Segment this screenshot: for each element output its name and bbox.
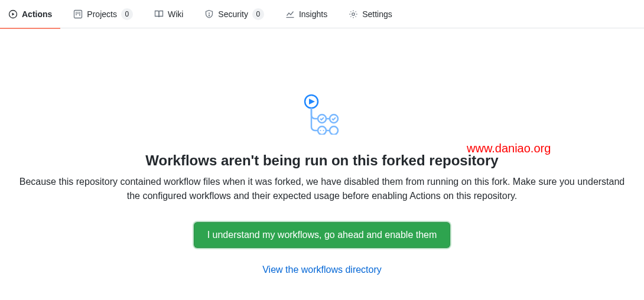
view-workflows-link[interactable]: View the workflows directory (0, 265, 644, 275)
tab-label: Security (218, 9, 248, 19)
tab-settings[interactable]: Settings (340, 0, 401, 28)
watermark-text: www.daniao.org (467, 142, 551, 155)
enable-workflows-button[interactable]: I understand my workflows, go ahead and … (194, 222, 451, 248)
tab-label: Settings (362, 9, 392, 19)
gear-icon (349, 9, 358, 19)
tab-wiki[interactable]: Wiki (146, 0, 191, 28)
page-description: Because this repository contained workfl… (0, 175, 644, 203)
graph-icon (285, 9, 295, 19)
svg-point-16 (330, 126, 338, 135)
workflow-illustration (300, 93, 344, 137)
counter-badge: 0 (121, 8, 133, 20)
play-icon (8, 9, 18, 19)
main-content: www.daniao.org Workflows aren't being ru… (0, 28, 644, 275)
tab-label: Projects (87, 9, 117, 19)
svg-point-6 (209, 15, 210, 15)
svg-point-7 (352, 12, 354, 15)
tab-security[interactable]: Security 0 (196, 0, 272, 28)
svg-point-14 (323, 130, 324, 131)
project-icon (73, 9, 83, 19)
repo-tabs: Actions Projects 0 Wiki Security 0 Insig… (0, 0, 644, 28)
svg-point-13 (320, 130, 321, 131)
tab-actions[interactable]: Actions (0, 0, 60, 28)
tab-projects[interactable]: Projects 0 (65, 0, 141, 28)
tab-label: Actions (22, 9, 52, 19)
tab-insights[interactable]: Insights (277, 0, 336, 28)
tab-label: Insights (299, 9, 327, 19)
counter-badge: 0 (252, 8, 264, 20)
book-icon (154, 9, 164, 19)
shield-icon (204, 9, 214, 19)
svg-point-12 (318, 126, 326, 135)
tab-label: Wiki (168, 9, 183, 19)
